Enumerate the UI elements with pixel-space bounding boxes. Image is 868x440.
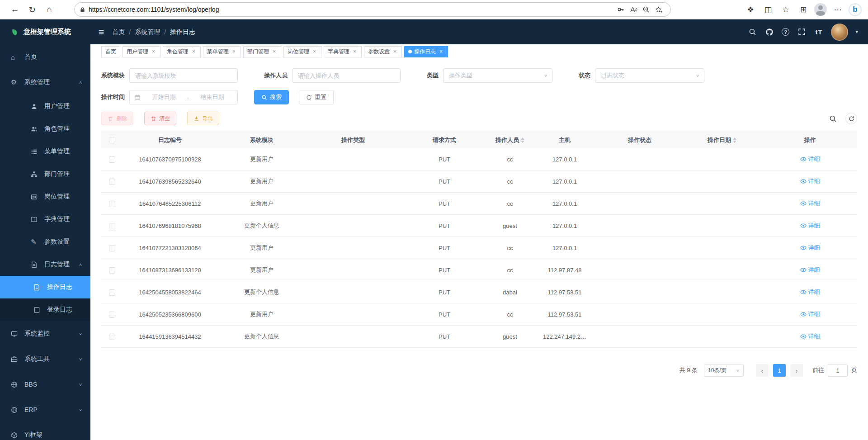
collections-icon[interactable]: ⊞: [797, 3, 810, 16]
type-select[interactable]: 操作类型 ∨: [443, 68, 552, 83]
address-bar[interactable]: https://ccnetcore.com:1101/system/log/op…: [74, 2, 671, 17]
close-icon[interactable]: ×: [438, 49, 444, 55]
detail-link[interactable]: 详细: [800, 155, 820, 163]
search-icon[interactable]: [747, 27, 757, 37]
prev-page-button[interactable]: ‹: [756, 364, 769, 377]
row-checkbox[interactable]: [109, 334, 115, 340]
row-checkbox[interactable]: [109, 245, 115, 251]
row-checkbox[interactable]: [109, 201, 115, 207]
row-checkbox[interactable]: [109, 179, 115, 185]
delete-button[interactable]: 删除: [101, 112, 133, 125]
date-range-picker[interactable]: 开始日期 - 结束日期: [129, 90, 238, 104]
extensions-icon[interactable]: ❖: [744, 3, 757, 16]
sidebar-item-bbs[interactable]: BBS ∨: [0, 372, 90, 397]
detail-link[interactable]: 详细: [800, 199, 820, 208]
sidebar-item-log-mgmt[interactable]: 日志管理 ∧: [0, 253, 90, 276]
tab-home[interactable]: 首页: [101, 46, 120, 57]
detail-link[interactable]: 详细: [800, 266, 820, 274]
breadcrumb-item[interactable]: 首页: [112, 28, 125, 36]
github-icon[interactable]: [764, 27, 774, 37]
close-icon[interactable]: ×: [191, 49, 197, 55]
tab-menu-mgmt[interactable]: 菜单管理×: [203, 46, 241, 57]
back-icon[interactable]: ←: [6, 2, 24, 17]
sidebar-item-system-monitor[interactable]: 系统监控 ∨: [0, 321, 90, 346]
tab-dept-mgmt[interactable]: 部门管理×: [243, 46, 281, 57]
sidebar-item-erp[interactable]: ERP ∨: [0, 397, 90, 422]
more-icon[interactable]: ⋯: [831, 3, 844, 16]
goto-page-input[interactable]: [828, 364, 848, 377]
sidebar-item-dict-mgmt[interactable]: 字典管理: [0, 208, 90, 231]
col-operation-date[interactable]: 操作日期: [681, 132, 763, 148]
sidebar-item-user-mgmt[interactable]: 用户管理: [0, 95, 90, 118]
table-refresh-icon[interactable]: [845, 113, 857, 124]
sort-carets-icon[interactable]: [733, 137, 736, 143]
sidebar-item-role-mgmt[interactable]: 角色管理: [0, 118, 90, 140]
sidebar-item-operation-log[interactable]: 操作日志: [0, 276, 90, 298]
select-all-checkbox[interactable]: [109, 137, 115, 143]
operator-input[interactable]: [292, 68, 401, 83]
close-icon[interactable]: ×: [352, 49, 358, 55]
clear-button[interactable]: 清空: [144, 112, 176, 125]
current-page-button[interactable]: 1: [773, 364, 786, 377]
row-checkbox[interactable]: [109, 312, 115, 318]
sidebar-item-yi-framework[interactable]: Yi框架: [0, 422, 90, 440]
row-checkbox[interactable]: [109, 267, 115, 274]
tab-param-settings[interactable]: 参数设置×: [364, 46, 402, 57]
col-operator[interactable]: 操作人员: [489, 132, 531, 148]
help-icon[interactable]: ?: [782, 28, 789, 36]
tab-post-mgmt[interactable]: 岗位管理×: [283, 46, 321, 57]
refresh-icon[interactable]: ↻: [24, 2, 41, 17]
tab-user-mgmt[interactable]: 用户管理×: [123, 46, 160, 57]
close-icon[interactable]: ×: [392, 49, 398, 55]
sidebar-item-post-mgmt[interactable]: 岗位管理: [0, 185, 90, 208]
detail-link[interactable]: 详细: [800, 222, 820, 230]
reset-button[interactable]: 重置: [299, 90, 334, 104]
end-date-placeholder[interactable]: 结束日期: [192, 93, 233, 101]
page-size-select[interactable]: 10条/页 ∨: [704, 364, 744, 377]
read-aloud-icon[interactable]: [627, 3, 640, 16]
tab-operation-log[interactable]: 操作日志×: [404, 46, 448, 57]
row-checkbox[interactable]: [109, 289, 115, 296]
search-button[interactable]: 搜索: [254, 90, 289, 104]
sidebar-item-login-log[interactable]: 登录日志: [0, 298, 90, 321]
module-input[interactable]: [129, 68, 238, 83]
sidebar-item-menu-mgmt[interactable]: 菜单管理: [0, 140, 90, 163]
sidebar-item-system-tools[interactable]: 系统工具 ∨: [0, 346, 90, 372]
collapse-sidebar-icon[interactable]: ≡: [99, 27, 104, 38]
tab-role-mgmt[interactable]: 角色管理×: [163, 46, 201, 57]
fullscreen-icon[interactable]: [797, 27, 807, 37]
detail-link[interactable]: 详细: [800, 332, 820, 341]
caret-down-icon[interactable]: ▾: [855, 29, 858, 35]
next-page-button[interactable]: ›: [790, 364, 803, 377]
split-screen-icon[interactable]: ◫: [761, 3, 775, 16]
close-icon[interactable]: ×: [311, 49, 317, 55]
add-favorite-icon[interactable]: [652, 3, 665, 16]
detail-link[interactable]: 详细: [800, 310, 820, 318]
favorites-icon[interactable]: ☆: [779, 3, 793, 16]
detail-link[interactable]: 详细: [800, 288, 820, 296]
font-size-icon[interactable]: tT: [814, 27, 824, 37]
export-button[interactable]: 导出: [187, 112, 219, 125]
sidebar-item-dept-mgmt[interactable]: 部门管理: [0, 163, 90, 185]
status-select[interactable]: 日志状态 ∨: [595, 68, 704, 83]
close-icon[interactable]: ×: [151, 49, 156, 55]
sort-carets-icon[interactable]: [521, 137, 524, 143]
detail-link[interactable]: 详细: [800, 244, 820, 252]
table-search-icon[interactable]: [826, 112, 839, 125]
close-icon[interactable]: ×: [231, 49, 237, 55]
close-icon[interactable]: ×: [271, 49, 277, 55]
sidebar-item-system-mgmt[interactable]: ⚙ 系统管理 ∧: [0, 70, 90, 95]
user-avatar[interactable]: [831, 24, 848, 41]
sidebar-item-param-settings[interactable]: ✎ 参数设置: [0, 231, 90, 253]
row-checkbox[interactable]: [109, 223, 115, 229]
detail-link[interactable]: 详细: [800, 177, 820, 185]
browser-profile-avatar[interactable]: [814, 3, 827, 16]
home-icon[interactable]: ⌂: [41, 2, 58, 17]
password-key-icon[interactable]: [614, 3, 627, 16]
start-date-placeholder[interactable]: 开始日期: [143, 93, 184, 101]
sidebar-item-home[interactable]: ⌂ 首页: [0, 44, 90, 70]
row-checkbox[interactable]: [109, 156, 115, 163]
zoom-out-icon[interactable]: [640, 3, 652, 16]
bing-chat-icon[interactable]: b: [849, 3, 862, 16]
url-text[interactable]: https://ccnetcore.com:1101/system/log/op…: [89, 6, 614, 13]
